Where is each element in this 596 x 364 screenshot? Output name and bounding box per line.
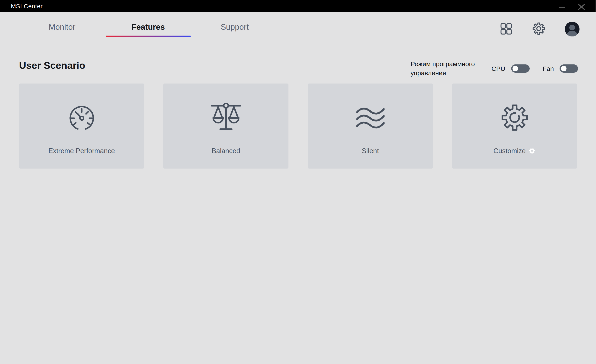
user-avatar-icon [565, 22, 580, 37]
fan-toggle[interactable] [559, 64, 578, 73]
balance-scale-icon [211, 102, 241, 133]
tab-monitor[interactable]: Monitor [46, 22, 77, 33]
page-title: User Scenario [19, 60, 85, 71]
settings-gear-badge-icon[interactable] [528, 147, 536, 155]
scenario-label: Extreme Performance [19, 146, 144, 156]
scenario-card-silent[interactable]: Silent [308, 83, 433, 169]
software-control-mode-label: Режим программного управления [410, 59, 483, 78]
titlebar: MSI Center [0, 0, 596, 12]
cpu-toggle-knob [513, 66, 518, 71]
scenario-label: Balanced [163, 146, 289, 156]
cpu-toggle-label: CPU [492, 65, 505, 73]
tab-features[interactable]: Features [129, 22, 167, 33]
minimize-button[interactable] [552, 0, 572, 12]
window-title: MSI Center [11, 3, 43, 10]
scenario-card-balanced[interactable]: Balanced [163, 83, 289, 169]
scenario-card-extreme-performance[interactable]: Extreme Performance [19, 83, 144, 169]
settings-button[interactable] [532, 22, 546, 36]
msi-center-window: MSI Center Monitor Features Support [0, 0, 596, 364]
gear-outline-icon [499, 102, 530, 133]
scenario-label: Customize [493, 147, 526, 155]
close-icon [578, 4, 585, 10]
tab-support[interactable]: Support [218, 22, 251, 33]
close-button[interactable] [572, 0, 591, 12]
apps-grid-icon [500, 23, 512, 35]
scenario-card-customize[interactable]: Customize [452, 83, 577, 169]
cpu-toggle[interactable] [511, 64, 530, 73]
fan-toggle-knob [561, 66, 566, 71]
scenario-label: Silent [308, 146, 433, 156]
fan-toggle-label: Fan [543, 65, 554, 73]
waves-icon [355, 102, 386, 133]
user-avatar[interactable] [565, 22, 580, 37]
gauge-icon [67, 102, 97, 133]
settings-gear-icon [532, 22, 546, 36]
scenario-label-row: Customize [452, 146, 577, 156]
minimize-icon [559, 7, 565, 8]
active-tab-underline [106, 36, 191, 37]
apps-grid-button[interactable] [500, 23, 512, 35]
